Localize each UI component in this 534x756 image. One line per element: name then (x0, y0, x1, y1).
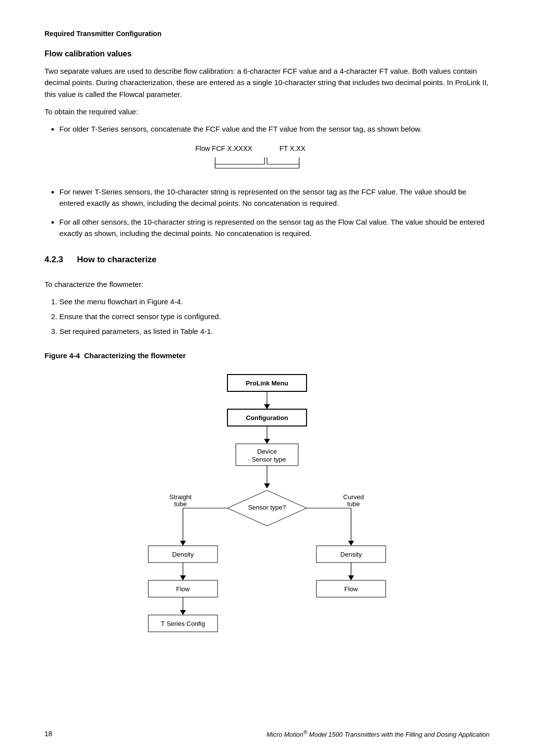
page-footer: 18 Micro Motion® Model 1500 Transmitters… (44, 729, 490, 738)
svg-marker-27 (180, 575, 186, 580)
svg-marker-30 (180, 610, 186, 615)
straight-tube-label: Straight (170, 493, 192, 501)
step-1: See the menu flowchart in Figure 4-4. (59, 296, 490, 308)
step-2: Ensure that the correct sensor type is c… (59, 311, 490, 323)
footer-title: Micro Motion® Model 1500 Transmitters wi… (267, 729, 490, 738)
sensor-question-label: Sensor type? (248, 504, 286, 511)
flow-left-label: Flow (176, 585, 190, 593)
section-423-steps: See the menu flowchart in Figure 4-4. En… (59, 296, 490, 337)
step-3: Set required parameters, as listed in Ta… (59, 326, 490, 337)
svg-marker-21 (180, 541, 186, 546)
page-number: 18 (44, 730, 52, 738)
fcf-bracket-svg (190, 155, 358, 174)
svg-marker-24 (348, 541, 354, 546)
flow-calibration-para2: To obtain the required value: (44, 106, 490, 117)
svg-marker-17 (264, 483, 270, 488)
fcf-diagram: Flow FCF X.XXXX FT X.XX (59, 143, 490, 177)
svg-marker-11 (264, 404, 270, 409)
fcf-label: Flow FCF X.XXXX (195, 143, 252, 154)
density-left-label: Density (172, 551, 194, 558)
section-423-intro: To characterize the flowmeter: (44, 279, 490, 290)
density-right-label: Density (340, 551, 362, 558)
section-header: Required Transmitter Configuration (44, 30, 490, 38)
t-series-config-label: T Series Config (161, 620, 205, 627)
sensor-type-label: · Sensor type (248, 456, 286, 463)
curved-tube-label2: tube (347, 500, 359, 508)
prolink-menu-label: ProLink Menu (246, 379, 288, 387)
ft-label: FT X.XX (279, 143, 306, 154)
flow-calibration-title: Flow calibration values (44, 49, 490, 58)
flowchart-svg: ProLink Menu Configuration Device · Sens… (94, 370, 440, 657)
section-423: 4.2.3 How to characterize To characteriz… (44, 255, 490, 337)
bullet-1: For older T-Series sensors, concatenate … (59, 123, 490, 177)
flow-calibration-bullets: For older T-Series sensors, concatenate … (59, 123, 490, 239)
bullet-3: For all other sensors, the 10-character … (59, 216, 490, 239)
section-423-number: 4.2.3 (44, 255, 63, 265)
configuration-label: Configuration (246, 414, 288, 422)
flow-calibration-para1: Two separate values are used to describe… (44, 65, 490, 100)
svg-marker-34 (348, 575, 354, 580)
flowchart-wrapper: ProLink Menu Configuration Device · Sens… (44, 370, 490, 657)
flow-right-label: Flow (344, 585, 358, 593)
section-423-title: How to characterize (77, 255, 157, 265)
bullet-2: For newer T-Series sensors, the 10-chara… (59, 186, 490, 209)
curved-tube-label: Curved (343, 493, 364, 501)
device-label: Device (257, 448, 277, 455)
figure-44-title: Figure 4-4 Characterizing the flowmeter (44, 351, 490, 360)
straight-tube-label2: tube (174, 500, 186, 508)
svg-marker-14 (264, 439, 270, 444)
